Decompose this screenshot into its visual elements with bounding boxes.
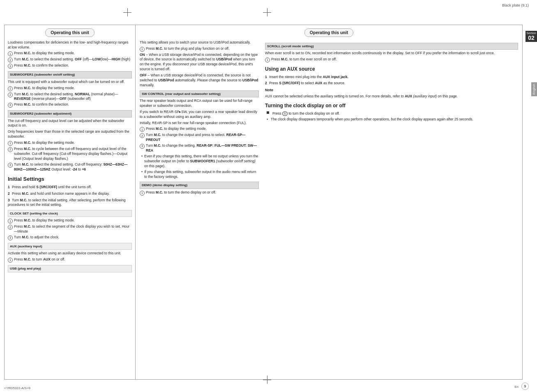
scroll-step1-text: Press M.C. to turn the ever scroll on or… [271,57,518,62]
demo-heading: DEMO (demo display setting) [140,182,259,189]
bullet-icon-2: • [141,170,143,180]
loudness-step1-text: Press M.C. to display the setting mode. [14,51,132,56]
crosshair-top-left [123,8,131,16]
sw-step1-text: Press M.C. to display the setting mode. [146,127,259,132]
sw-control-text1: The rear speaker leads output and RCA ou… [140,99,259,108]
usb-heading: USB (plug and play) [8,265,132,272]
demo-step-1: 1 Press M.C. to turn the demo display on… [140,190,259,196]
aux-text: Activate this setting when using an auxi… [8,251,132,256]
sw-step3-text: Turn M.C. to change the setting. REAR-SP… [146,143,259,153]
subwoofer2-heading: SUBWOOFER2 (subwoofer adjustment) [8,110,132,117]
sub1-step-2: 2 Turn M.C. to select the desired settin… [8,92,132,102]
aux-step2-right-text: Press S (SRC/OFF) to select AUX as the s… [269,81,345,85]
note-label: Note [265,88,518,93]
main-layout: Operating this unit Loudness compensates… [4,25,523,380]
usb-text1: This setting allows you to switch your s… [140,40,259,45]
right-col2: SCROLL (scroll mode setting) When ever s… [265,40,518,196]
sw-control-heading-text: SW CONTROL (rear output and subwoofer se… [142,92,221,96]
english-text: English [532,84,536,95]
loudness-step2-text: Turn M.C. to select the desired setting.… [14,57,132,62]
sub1-step-3: 3 Press M.C. to confirm the selection. [8,102,132,108]
sub2-num-1: 1 [8,141,13,146]
aux-step-2-right: 2 Press S (SRC/OFF) to select AUX as the… [265,81,518,86]
crosshair-top-center [263,8,271,16]
usb-on-text: ON – When a USB storage device/iPod is c… [140,53,259,72]
sub1-step1-text: Press M.C. to display the setting mode. [14,86,132,91]
clock-set-heading-text: CLOCK SET (setting the clock) [10,212,58,215]
section-number: 02 [525,35,537,41]
sub2-num-2: 2 [8,147,13,152]
sub2-step-3: 3 Turn M.C. to select the desired settin… [8,162,132,172]
sw-bullet1-text: Even if you change this setting, there w… [144,154,259,169]
aux-heading: AUX (auxiliary input) [8,243,132,250]
square-bullet-icon [267,111,269,114]
sw-step-1: 1 Press M.C. to display the setting mode… [140,127,259,132]
left-panel-title-container: Operating this unit [8,28,132,37]
initial-step-3: 3 Turn M.C. to select the initial settin… [8,198,132,208]
right-panel-title: Operating this unit [304,28,353,37]
page-number-text: 9 [524,384,526,388]
aux-step-1-right: 1 Insert the stereo mini plug into the A… [265,75,518,80]
subwoofer2-heading-text: SUBWOOFER2 (subwoofer adjustment) [10,112,71,115]
loudness-step-1: 1 Press M.C. to display the setting mode… [8,51,132,56]
loudness-step-2: 2 Turn M.C. to select the desired settin… [8,57,132,62]
loudness-step3-text: Press M.C. to confirm the selection. [14,63,132,69]
aux-step1-text: Press M.C. to turn AUX on or off. [14,257,132,263]
demo-num-1: 1 [140,191,145,196]
clock-step2-text: Press M.C. to select the segment of the … [14,224,132,234]
sw-step2-text: Turn M.C. to change the output and press… [146,133,259,143]
left-panel-title: Operating this unit [45,28,94,37]
sub2-step1-text: Press M.C. to display the setting mode. [14,141,132,146]
initial-step-1: 1 Press and hold S (SRC/OFF) until the u… [8,185,132,190]
sw-control-text3: Initially, REAR-SP is set for rear full-… [140,121,259,126]
initial-step2-text: Press M.C. and hold until function name … [12,191,110,196]
clock-bullet-item: Press ① to turn the clock display on or … [265,111,518,116]
clock-step-2: 2 Press M.C. to select the segment of th… [8,224,132,234]
clock-note-text: The clock display disappears temporarily… [271,117,473,122]
section-label: Section [525,32,537,35]
sub1-num-1: 1 [8,86,13,91]
initial-settings-heading: Initial Settings [8,175,132,183]
usb-heading-text: USB (plug and play) [10,267,41,270]
loudness-text: Loudness compensates for deficiencies in… [8,40,132,50]
initial-step-2: 2 Press M.C. and hold until function nam… [8,191,132,196]
initial-step1-num: 1 [8,185,10,189]
subwoofer1-heading: SUBWOOFER1 (subwoofer on/off setting) [8,71,132,78]
product-code: <YRD5322-A/S>9 [4,386,30,390]
step-num-1: 1 [8,51,13,56]
bullet-icon-1: • [141,154,143,169]
clock-step1-text: Press M.C. to display the setting mode. [14,218,132,224]
loudness-step-3: 3 Press M.C. to confirm the selection. [8,63,132,69]
sub1-step2-text: Turn M.C. to select the desired setting.… [14,92,132,102]
clock-set-heading: CLOCK SET (setting the clock) [8,210,132,217]
sub2-num-3: 3 [8,163,13,168]
subwoofer2-text2: Only frequencies lower than those in the… [8,129,132,139]
clock-note-dash: ▪ [267,117,268,122]
sw-control-heading: SW CONTROL (rear output and subwoofer se… [140,90,259,97]
en-label-text: En [514,385,519,389]
right-panel-title-container: Operating this unit [140,28,518,37]
scroll-heading: SCROLL (scroll mode setting) [265,43,518,50]
footer-en-label: En [514,385,519,389]
aux-step2-right-num: 2 [265,81,267,85]
note-text: AUX cannot be selected unless the auxili… [265,94,518,99]
initial-step1-text: Press and hold S (SRC/OFF) until the uni… [12,185,92,189]
clock-num-1: 1 [8,219,13,224]
scroll-heading-text: SCROLL (scroll mode setting) [267,44,314,48]
scroll-step-1: 1 Press M.C. to turn the ever scroll on … [265,57,518,62]
top-header: Black plate (9,1) [502,3,529,7]
subwoofer1-text: This unit is equipped with a subwoofer o… [8,80,132,85]
sw-num-1: 1 [140,127,145,132]
step-num-2: 2 [8,58,13,62]
scroll-num-1: 1 [265,58,270,62]
usb-num-1: 1 [140,47,145,52]
sw-bullet2-text: If you change this setting, subwoofer ou… [144,170,259,180]
subwoofer2-text1: The cut-off frequency and output level c… [8,119,132,129]
aux-step1-right-text: Insert the stereo mini plug into the AUX… [269,75,348,79]
page-number: 9 [521,383,529,390]
sub1-num-2: 2 [8,92,13,97]
product-code-text: <YRD5322-A/S>9 [4,386,30,390]
sw-num-3: 3 [140,144,145,149]
aux-num-1: 1 [8,258,13,263]
clock-num-3: 3 [8,235,13,240]
